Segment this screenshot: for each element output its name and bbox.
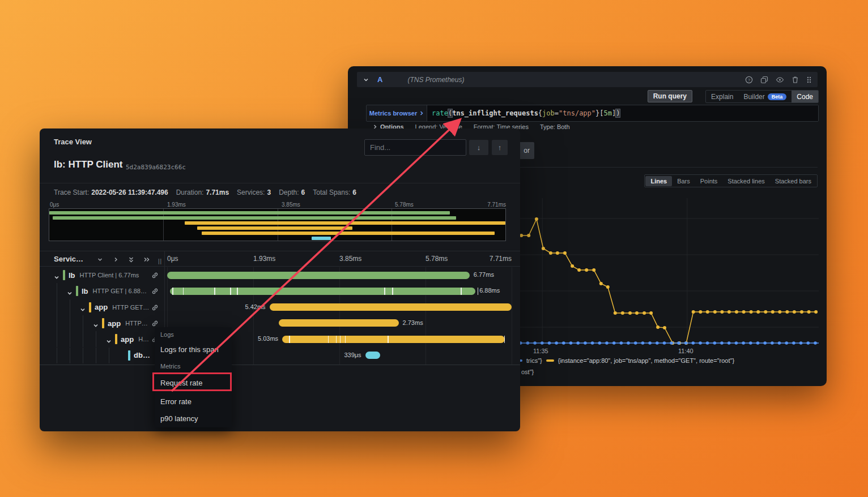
span-duration-bar[interactable] [170, 288, 475, 295]
span-duration-bar[interactable] [279, 319, 399, 327]
service-name: lb [69, 271, 75, 280]
trace-view-panel: Trace View ↓ ↑ lb: HTTP Client 5d2a839a6… [40, 128, 520, 431]
legend-swatch-yellow [546, 359, 554, 362]
chevron-down-icon[interactable] [67, 288, 73, 298]
log-marker [461, 288, 462, 295]
minimap-tick: 5.78ms [395, 202, 414, 208]
span-name-cell: lbHTTP Client | 6.77ms [69, 267, 139, 283]
indent-guide [109, 348, 109, 363]
chevron-down-icon[interactable] [93, 320, 99, 331]
datasource-name: (TNS Prometheus) [407, 76, 464, 84]
help-icon[interactable]: ? [745, 76, 753, 84]
metrics-browser-button[interactable]: Metrics browser [367, 105, 427, 121]
minimap-span-bar [53, 216, 456, 220]
viz-mode-stacked-bars[interactable]: Stacked bars [770, 176, 816, 186]
timeline-tick: 7.71ms [490, 255, 512, 263]
x-axis-tick: 11:40 [678, 348, 693, 354]
meta-value: 6 [301, 188, 305, 196]
indent-guide [70, 299, 70, 315]
span-row[interactable]: appHTTP GET…5.42ms [40, 299, 520, 315]
span-duration-bar[interactable] [282, 336, 505, 343]
meta-label: Trace Start: [54, 188, 89, 196]
chart-legend-row[interactable]: ost"} [521, 368, 534, 376]
log-marker [345, 336, 346, 343]
annotation-highlight-box [152, 372, 232, 391]
indent-guide [70, 348, 70, 363]
span-duration-label: 339μs [344, 352, 361, 358]
run-query-button[interactable]: Run query [648, 90, 692, 102]
span-duration-bar[interactable] [167, 272, 470, 279]
meta-value: 2022-05-26 11:39:47.496 [91, 188, 168, 196]
minimap-span-bar [202, 232, 495, 235]
chevron-right-icon[interactable] [113, 256, 119, 263]
log-marker [384, 288, 385, 295]
eye-icon[interactable] [776, 76, 784, 84]
mode-code[interactable]: Code [792, 91, 818, 102]
service-name: app [108, 319, 121, 328]
indent-guide [96, 331, 96, 347]
chevron-right-icon [419, 110, 424, 116]
log-marker [336, 336, 337, 343]
mode-builder[interactable]: BuilderBeta [738, 91, 792, 102]
viz-mode-points[interactable]: Points [695, 176, 723, 186]
minimap-span-bar [197, 226, 352, 230]
chevron-down-icon[interactable] [106, 336, 112, 346]
collapse-chevron-icon[interactable] [363, 76, 369, 83]
service-operation-column-header[interactable]: Servic… [54, 255, 83, 263]
link-icon[interactable] [151, 303, 159, 314]
span-row[interactable]: lbHTTP GET | 6.88…6.88ms [40, 283, 520, 299]
span-row[interactable]: db…339μs [40, 348, 520, 363]
minimap-tick: 7.71ms [487, 202, 506, 208]
chevron-down-icon[interactable] [80, 305, 86, 315]
service-color-bar [76, 286, 78, 296]
service-color-bar [115, 334, 117, 344]
span-row[interactable]: lbHTTP Client | 6.77ms6.77ms [40, 267, 520, 283]
span-row[interactable]: appHTTP…2.73ms [40, 315, 520, 331]
find-input[interactable] [364, 139, 466, 156]
query-row-header[interactable]: A (TNS Prometheus) ? [357, 72, 818, 87]
indent-guide [57, 283, 57, 299]
mode-explain[interactable]: Explain [706, 91, 738, 102]
indent-guide [83, 331, 83, 347]
span-duration-bar[interactable] [270, 303, 512, 311]
trash-icon[interactable] [792, 76, 799, 84]
drag-handle-icon[interactable] [806, 76, 812, 84]
span-name-cell: appHTTP… [108, 315, 148, 331]
span-duration-bar[interactable] [365, 352, 380, 359]
span-name-cell: appH… [121, 331, 149, 347]
query-token: [ [599, 109, 603, 117]
duplicate-icon[interactable] [760, 76, 768, 84]
find-next-button[interactable]: ↓ [469, 140, 488, 155]
promql-query-input[interactable]: rate(tns_inflight_requests{job="tns/app"… [427, 105, 818, 121]
span-timeline: 5.42ms [167, 299, 512, 315]
double-chevron-right-icon[interactable] [143, 256, 150, 263]
timeline-tick: 1.93ms [253, 255, 275, 263]
menu-item-p90-latency[interactable]: p90 latency [160, 414, 198, 423]
double-chevron-down-icon[interactable] [128, 256, 134, 263]
column-resize-grip[interactable]: || [158, 258, 162, 264]
chart-legend-row[interactable]: trics"} {instance="app:80", job="tns/app… [516, 357, 734, 365]
chevron-down-icon[interactable] [97, 256, 103, 263]
service-name: lb [82, 287, 88, 295]
link-icon[interactable] [151, 287, 159, 297]
mode-builder-label: Builder [743, 93, 764, 101]
viz-mode-stacked-lines[interactable]: Stacked lines [722, 176, 769, 186]
meta-value: 3 [267, 188, 271, 196]
find-prev-button[interactable]: ↑ [492, 140, 508, 155]
chevron-down-icon[interactable] [54, 272, 59, 282]
service-name: app [121, 335, 134, 344]
viz-mode-lines[interactable]: Lines [645, 176, 672, 186]
span-row[interactable]: appH…5.03ms [40, 331, 520, 347]
indent-guide [96, 348, 96, 363]
link-icon[interactable] [151, 271, 159, 281]
trace-timeline-minimap[interactable] [49, 208, 506, 241]
span-timeline: 6.88ms [167, 283, 512, 299]
minimap-span-bar [312, 237, 331, 240]
span-list: lbHTTP Client | 6.77ms6.77mslbHTTP GET |… [40, 267, 520, 365]
log-marker [388, 336, 389, 343]
menu-item-logs-for-this-span[interactable]: Logs for this span [160, 345, 219, 354]
operation-name: HTTP… [125, 320, 148, 327]
viz-mode-bars[interactable]: Bars [672, 176, 695, 186]
menu-item-error-rate[interactable]: Error rate [160, 397, 192, 406]
time-series-chart[interactable] [510, 198, 819, 346]
